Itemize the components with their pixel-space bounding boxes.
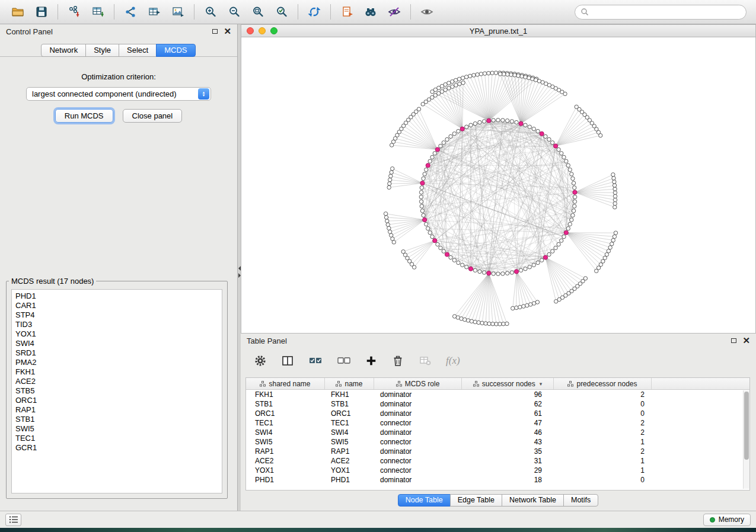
search-network-button[interactable] [361, 2, 381, 21]
table-row[interactable]: STB1STB1dominator620 [246, 399, 749, 409]
show-columns-button[interactable] [281, 354, 294, 367]
task-history-button[interactable] [5, 514, 21, 526]
tab-style[interactable]: Style [85, 44, 119, 57]
select-all-button[interactable] [308, 354, 323, 367]
delete-column-button[interactable] [391, 354, 404, 367]
mcds-result-item[interactable]: GCR1 [15, 443, 218, 453]
table-settings-button[interactable] [254, 354, 267, 367]
hide-selected-button[interactable] [384, 2, 404, 21]
search-input[interactable] [592, 8, 741, 16]
mcds-result-item[interactable]: PHD1 [15, 291, 218, 301]
save-button[interactable] [31, 2, 52, 21]
memory-button[interactable]: Memory [703, 514, 751, 526]
table-scrollbar[interactable] [743, 390, 749, 489]
refresh-button[interactable] [304, 2, 324, 21]
float-panel-icon[interactable] [212, 29, 218, 34]
table-row[interactable]: ACE2ACE2connector311 [246, 456, 749, 466]
window-zoom-button[interactable] [270, 27, 277, 34]
tab-edge-table[interactable]: Edge Table [450, 494, 502, 507]
sort-arrow-icon[interactable]: ▾ [540, 381, 543, 387]
zoom-out-button[interactable] [224, 2, 244, 21]
column-header-mcds-role[interactable]: MCDS role [374, 378, 462, 389]
tab-network[interactable]: Network [41, 44, 86, 57]
column-header-shared-name[interactable]: shared name [246, 378, 325, 389]
table-row[interactable]: SWI5SWI5connector431 [246, 437, 749, 447]
network-titlebar[interactable]: YPA_prune.txt_1 [241, 25, 755, 37]
mcds-result-item[interactable]: YOX1 [15, 329, 218, 339]
image-icon [171, 5, 184, 18]
table-row[interactable]: ORC1ORC1dominator610 [246, 409, 749, 418]
table-row[interactable]: PHD1PHD1dominator180 [246, 475, 749, 485]
mcds-result-item[interactable]: STP4 [15, 310, 218, 320]
collapse-left-icon [238, 266, 241, 271]
scrollbar-thumb[interactable] [744, 392, 749, 460]
mcds-result-item[interactable]: TEC1 [15, 434, 218, 443]
mcds-result-item[interactable]: STB1 [15, 415, 218, 424]
tab-network-table[interactable]: Network Table [502, 494, 564, 507]
new-network-button[interactable] [120, 2, 141, 21]
network-canvas[interactable] [241, 37, 755, 333]
mcds-result-item[interactable]: SWI5 [15, 424, 218, 434]
close-panel-button[interactable]: Close panel [123, 109, 183, 123]
open-button[interactable] [8, 2, 28, 21]
show-all-button[interactable] [417, 2, 437, 21]
table-row[interactable]: SWI4SWI4dominator462 [246, 428, 749, 437]
close-panel-icon[interactable]: ✕ [224, 28, 231, 34]
zoom-in-button[interactable] [200, 2, 221, 21]
column-header-name[interactable]: name [325, 378, 374, 389]
table-row[interactable]: FKH1FKH1dominator962 [246, 390, 749, 399]
float-table-panel-icon[interactable] [731, 338, 736, 343]
columns-icon [281, 354, 294, 367]
deselect-all-button[interactable] [337, 354, 351, 367]
desktop-wallpaper [0, 528, 756, 532]
run-mcds-button[interactable]: Run MCDS [55, 109, 113, 123]
zoom-selected-button[interactable] [272, 2, 292, 21]
table-row[interactable]: TEC1TEC1connector472 [246, 418, 749, 428]
criterion-dropdown[interactable]: largest connected component (undirected)… [26, 87, 211, 101]
table-cell: dominator [374, 390, 462, 399]
export-image-button[interactable] [168, 2, 188, 21]
search-field[interactable] [575, 5, 747, 20]
mcds-result-item[interactable]: FKH1 [15, 367, 218, 377]
mcds-result-list[interactable]: PHD1CAR1STP4TID3YOX1SWI4SRD1PMA2FKH1ACE2… [11, 289, 222, 493]
network-graph[interactable] [241, 37, 755, 333]
tab-motifs[interactable]: Motifs [563, 494, 598, 507]
mcds-result-item[interactable]: CAR1 [15, 301, 218, 310]
table-header-row: shared name name MCDS role [246, 378, 749, 390]
mcds-result-item[interactable]: ORC1 [15, 396, 218, 405]
add-column-button[interactable] [365, 355, 377, 367]
share-document-button[interactable] [337, 2, 357, 21]
mcds-result-item[interactable]: TID3 [15, 320, 218, 329]
export-table-button[interactable] [144, 2, 164, 21]
table-cell: 96 [462, 390, 554, 399]
toolbar-separator [58, 4, 58, 20]
mcds-result-item[interactable]: RAP1 [15, 405, 218, 415]
mcds-result-item[interactable]: SWI4 [15, 339, 218, 348]
table-cell: RAP1 [246, 447, 325, 456]
window-close-button[interactable] [247, 27, 254, 34]
tab-select[interactable]: Select [119, 44, 157, 57]
column-header-predecessor-nodes[interactable]: predecessor nodes [554, 378, 652, 389]
zoom-fit-button[interactable] [248, 2, 268, 21]
tab-mcds[interactable]: MCDS [156, 44, 195, 57]
column-header-successor-nodes[interactable]: successor nodes ▾ [462, 378, 554, 389]
close-table-panel-icon[interactable]: ✕ [742, 338, 750, 344]
mcds-result-item[interactable]: ACE2 [15, 377, 218, 386]
import-network-button[interactable] [64, 2, 84, 21]
import-table-button[interactable] [88, 2, 108, 21]
column-header-filler [652, 378, 749, 389]
mcds-result-item[interactable]: SRD1 [15, 348, 218, 358]
control-panel: Control Panel ✕ Network Style Select MCD… [0, 24, 238, 511]
zoom-in-icon [204, 5, 217, 18]
table-cell: 35 [462, 447, 554, 456]
tab-node-table[interactable]: Node Table [398, 494, 451, 507]
delete-table-icon [419, 354, 432, 367]
table-row[interactable]: YOX1YOX1connector291 [246, 466, 749, 475]
table-cell: connector [374, 418, 462, 428]
table-row[interactable]: RAP1RAP1dominator352 [246, 447, 749, 456]
window-minimize-button[interactable] [259, 27, 266, 34]
column-type-icon [473, 381, 479, 387]
table-panel-title: Table Panel [247, 336, 287, 345]
mcds-result-item[interactable]: STB5 [15, 386, 218, 396]
mcds-result-item[interactable]: PMA2 [15, 358, 218, 367]
